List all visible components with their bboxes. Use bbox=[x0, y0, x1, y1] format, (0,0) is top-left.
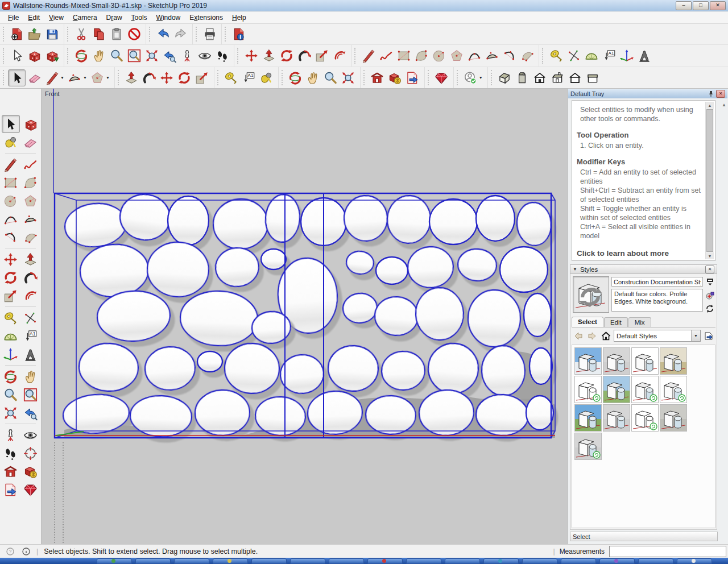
taskbar-button[interactable] bbox=[290, 558, 325, 564]
tool-line[interactable] bbox=[43, 69, 61, 86]
tool-rectangle[interactable] bbox=[395, 47, 412, 64]
toolbar-drag-handle[interactable] bbox=[491, 70, 494, 85]
tool-scale[interactable] bbox=[313, 47, 330, 64]
tool-undo[interactable] bbox=[154, 26, 172, 43]
tool-zoom[interactable] bbox=[322, 69, 340, 86]
taskbar-button[interactable] bbox=[445, 558, 480, 564]
toolbar-drag-handle[interactable] bbox=[3, 70, 6, 85]
tab-mix[interactable]: Mix bbox=[628, 317, 651, 327]
tool-share-component[interactable] bbox=[404, 69, 421, 86]
tool-view-back[interactable] bbox=[566, 69, 584, 86]
menu-draw[interactable]: Draw bbox=[102, 12, 127, 23]
close-button[interactable]: ✕ bbox=[710, 1, 726, 10]
toolbar-drag-handle[interactable] bbox=[428, 70, 431, 85]
tool-position-camera[interactable] bbox=[2, 426, 19, 443]
tool-axes[interactable] bbox=[2, 346, 19, 363]
style-thumbnail[interactable] bbox=[574, 347, 602, 375]
create-style-icon[interactable] bbox=[705, 291, 715, 300]
tool-pan[interactable] bbox=[22, 368, 39, 385]
tool-scale[interactable] bbox=[193, 69, 211, 86]
circle-info-icon[interactable] bbox=[20, 546, 32, 557]
maximize-button[interactable]: □ bbox=[693, 1, 709, 10]
tool-move[interactable] bbox=[2, 251, 19, 268]
tool-polygon[interactable] bbox=[22, 192, 39, 209]
menu-camera[interactable]: Camera bbox=[68, 12, 102, 23]
tool-zoom-extents[interactable] bbox=[2, 404, 19, 421]
tool-zoom-window[interactable] bbox=[125, 47, 143, 64]
menu-edit[interactable]: Edit bbox=[23, 12, 44, 23]
menu-file[interactable]: File bbox=[3, 12, 23, 23]
tool-3d-warehouse[interactable] bbox=[369, 69, 386, 86]
tool-orbit[interactable] bbox=[72, 47, 90, 64]
tool-add-component[interactable] bbox=[43, 47, 61, 64]
tool-three-point-arc[interactable] bbox=[2, 229, 19, 246]
taskbar-button[interactable] bbox=[638, 558, 673, 564]
tool-paint-bucket[interactable] bbox=[258, 69, 275, 86]
style-thumbnail[interactable] bbox=[574, 404, 602, 432]
style-thumbnail[interactable] bbox=[660, 376, 687, 403]
tool-follow-me[interactable] bbox=[140, 69, 158, 86]
toolbar-drag-handle[interactable] bbox=[67, 48, 70, 63]
tool-follow-me[interactable] bbox=[295, 47, 313, 64]
tool-zoom-window[interactable] bbox=[22, 386, 39, 403]
tool-view-front[interactable] bbox=[531, 69, 549, 86]
tool-print[interactable] bbox=[201, 26, 218, 43]
style-thumbnail[interactable] bbox=[631, 376, 659, 403]
tool-select[interactable] bbox=[2, 115, 20, 133]
tool-walk[interactable] bbox=[213, 47, 231, 64]
tool-rotate[interactable] bbox=[2, 269, 19, 286]
back-arrow-icon[interactable] bbox=[573, 330, 584, 342]
tool-3d-text[interactable] bbox=[22, 346, 39, 363]
tool-pie[interactable] bbox=[22, 229, 39, 246]
toolbar-drag-handle[interactable] bbox=[363, 70, 366, 85]
tool-model-info[interactable] bbox=[230, 26, 247, 43]
tool-view-iso[interactable] bbox=[496, 69, 514, 86]
model-canvas[interactable]: Front bbox=[42, 89, 567, 544]
tool-offset[interactable] bbox=[330, 47, 348, 64]
tool-zoom[interactable] bbox=[107, 47, 125, 64]
tool-view-right[interactable] bbox=[549, 69, 566, 86]
tool-line[interactable] bbox=[2, 156, 19, 173]
measurements-input[interactable] bbox=[609, 546, 726, 557]
tool-dimension[interactable] bbox=[565, 47, 582, 64]
tool-look-around[interactable] bbox=[196, 47, 213, 64]
tool-move[interactable] bbox=[158, 69, 176, 86]
style-thumbnail[interactable] bbox=[631, 347, 659, 375]
taskbar-button[interactable] bbox=[561, 558, 596, 564]
toolbar-drag-handle[interactable] bbox=[149, 27, 152, 42]
tool-orbit[interactable] bbox=[287, 69, 304, 86]
tool-view-top[interactable] bbox=[514, 69, 531, 86]
styles-panel-header[interactable]: ▼ Styles ✕ bbox=[570, 264, 717, 274]
tool-rotate[interactable] bbox=[278, 47, 295, 64]
style-thumbnail[interactable] bbox=[574, 376, 602, 403]
minimize-button[interactable]: – bbox=[676, 1, 692, 10]
tool-circle[interactable] bbox=[2, 192, 19, 209]
style-description[interactable]: Default face colors. Profile Edges. Whit… bbox=[611, 289, 703, 312]
tool-save[interactable] bbox=[43, 26, 61, 43]
style-thumbnail[interactable] bbox=[574, 433, 602, 460]
tool-push-pull[interactable] bbox=[22, 251, 39, 268]
tool-arc[interactable] bbox=[465, 47, 483, 64]
taskbar-button[interactable] bbox=[329, 558, 364, 564]
tool-cut[interactable] bbox=[72, 26, 90, 43]
style-thumbnail[interactable] bbox=[660, 404, 687, 432]
details-arrow-icon[interactable] bbox=[703, 330, 714, 342]
tool-share-model[interactable] bbox=[386, 69, 404, 86]
toolbar-drag-handle[interactable] bbox=[457, 70, 460, 85]
tool-text[interactable]: A1 bbox=[600, 47, 618, 64]
tool-eraser[interactable] bbox=[26, 69, 43, 86]
tool-previous-view[interactable] bbox=[22, 404, 39, 421]
tool-make-component[interactable] bbox=[23, 115, 40, 132]
toolbar-drag-handle[interactable] bbox=[3, 48, 6, 63]
tray-scroll-up-icon[interactable]: ▲ bbox=[722, 102, 726, 107]
tray-close-button[interactable]: ✕ bbox=[716, 90, 725, 98]
tool-pan[interactable] bbox=[304, 69, 322, 86]
tool-polygon[interactable] bbox=[89, 69, 106, 86]
tool-protractor[interactable] bbox=[582, 47, 600, 64]
tab-edit[interactable]: Edit bbox=[604, 317, 628, 327]
menu-extensions[interactable]: Extensions bbox=[185, 12, 228, 23]
tool-pointer[interactable] bbox=[8, 47, 26, 64]
tool-follow-me[interactable] bbox=[22, 269, 39, 286]
tool-freehand[interactable] bbox=[377, 47, 395, 64]
style-name-input[interactable] bbox=[611, 277, 703, 287]
